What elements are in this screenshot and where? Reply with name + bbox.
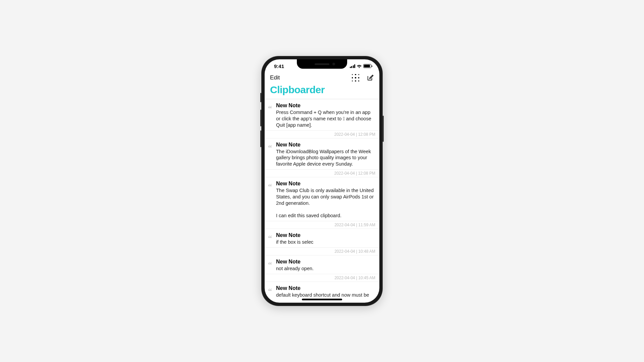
qr-code-icon[interactable] [352, 74, 359, 81]
list-item[interactable]: “ New Note Press Command + Q when you're… [265, 99, 379, 131]
quote-icon: “ [267, 181, 273, 219]
front-camera [332, 63, 335, 65]
quote-icon: “ [267, 232, 273, 245]
phone-screen: 9:41 Edit [265, 59, 379, 303]
battery-icon [363, 64, 371, 68]
notes-list[interactable]: “ New Note Press Command + Q when you're… [265, 99, 379, 298]
navigation-bar: Edit [265, 73, 379, 83]
list-item[interactable]: “ New Note The iDownloadBlog Wallpapers … [265, 138, 379, 170]
quote-icon: “ [267, 259, 273, 272]
note-body-text: default keyboard shortcut and now must b… [276, 292, 375, 298]
note-title: New Note [276, 232, 375, 238]
quote-icon: “ [267, 285, 273, 298]
note-title: New Note [276, 285, 375, 291]
note-timestamp: 2022-04-04 | 12:08 PM [265, 131, 379, 138]
note-timestamp: 2022-04-04 | 11:59 AM [265, 221, 379, 229]
list-item[interactable]: “ New Note The Swap Club is only availab… [265, 177, 379, 221]
note-body-text: if the box is selec [276, 239, 375, 245]
cellular-signal-icon [350, 64, 356, 68]
home-indicator[interactable] [302, 299, 342, 300]
wifi-icon [357, 64, 362, 68]
edit-button[interactable]: Edit [270, 74, 280, 81]
quote-icon: “ [267, 103, 273, 128]
note-title: New Note [276, 142, 375, 148]
note-timestamp: 2022-04-04 | 12:08 PM [265, 170, 379, 177]
note-timestamp: 2022-04-04 | 10:45 AM [265, 274, 379, 282]
note-timestamp: 2022-04-04 | 10:48 AM [265, 248, 379, 255]
side-button-volume-down [260, 130, 261, 147]
note-title: New Note [276, 103, 375, 109]
compose-icon[interactable] [367, 74, 374, 81]
earpiece-speaker [315, 63, 329, 65]
side-button-power [383, 116, 384, 142]
list-item[interactable]: “ New Note if the box is selec [265, 229, 379, 248]
page-title: Clipboarder [265, 83, 379, 99]
note-title: New Note [276, 259, 375, 265]
side-button-volume-up [260, 110, 261, 126]
list-item[interactable]: “ New Note not already open. [265, 255, 379, 274]
list-item[interactable]: “ New Note default keyboard shortcut and… [265, 282, 379, 298]
note-body-text: not already open. [276, 265, 375, 272]
display-notch [297, 59, 347, 69]
status-time: 9:41 [274, 63, 284, 69]
status-indicators [350, 64, 372, 68]
side-button-silence [260, 93, 261, 102]
note-body-text: The iDownloadBlog Wallpapers of the Week… [276, 148, 375, 168]
phone-device-frame: 9:41 Edit [261, 56, 383, 306]
note-title: New Note [276, 181, 375, 187]
quote-icon: “ [267, 142, 273, 168]
note-body-text: Press Command + Q when you're in an app … [276, 109, 375, 128]
note-body-text: The Swap Club is only available in the U… [276, 187, 375, 219]
